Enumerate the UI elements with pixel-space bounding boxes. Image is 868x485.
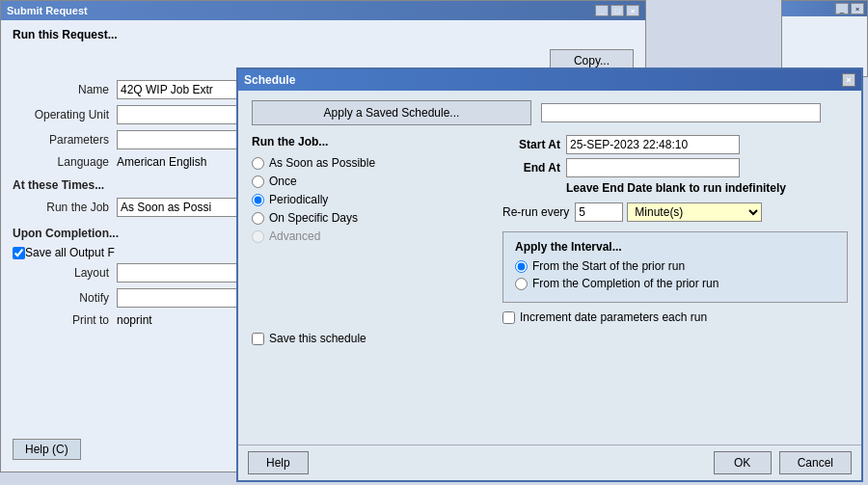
rerun-unit-select[interactable]: Minute(s) [627, 202, 762, 222]
schedule-columns: Run the Job... As Soon as Possible Once … [252, 135, 848, 332]
schedule-help-button[interactable]: Help [248, 451, 309, 474]
once-radio-row: Once [252, 175, 483, 188]
from-completion-radio[interactable] [515, 278, 528, 290]
leave-end-date-note: Leave End Date blank to run indefinitely [566, 181, 848, 195]
advanced-label: Advanced [269, 229, 320, 243]
footer-right: OK Cancel [714, 451, 852, 474]
maximize-button[interactable]: □ [610, 5, 624, 16]
from-start-label: From the Start of the prior run [532, 259, 685, 273]
run-this-request-label: Run this Request... [13, 28, 634, 41]
title-bar-controls: _ □ × [595, 5, 639, 16]
parameters-label: Parameters [13, 133, 109, 147]
as-soon-label: As Soon as Possible [269, 156, 375, 170]
start-at-label: Start At [502, 138, 560, 151]
small-minimize-btn[interactable]: _ [835, 3, 849, 14]
save-schedule-checkbox[interactable] [252, 333, 264, 345]
minimize-button[interactable]: _ [595, 5, 609, 16]
submit-help-button[interactable]: Help (C) [13, 439, 81, 460]
once-label: Once [269, 175, 297, 188]
increment-row: Increment date parameters each run [502, 310, 848, 324]
as-soon-radio[interactable] [252, 157, 264, 170]
end-at-row: End At [502, 158, 848, 177]
schedule-top-row: Apply a Saved Schedule... [252, 100, 848, 125]
specific-days-radio[interactable] [252, 212, 264, 225]
small-window: _ × [781, 0, 868, 77]
periodically-radio[interactable] [252, 194, 264, 206]
increment-date-label: Increment date parameters each run [520, 310, 707, 324]
small-close-btn[interactable]: × [851, 3, 864, 14]
schedule-title-bar: Schedule × [238, 69, 861, 91]
specific-days-radio-row: On Specific Days [252, 211, 483, 225]
schedule-close-button[interactable]: × [842, 73, 855, 87]
from-completion-row: From the Completion of the prior run [515, 277, 835, 290]
run-job-label: Run the Job... [252, 135, 483, 148]
save-all-output-label: Save all Output F [25, 246, 115, 259]
rerun-number-input[interactable] [575, 202, 623, 222]
advanced-radio-row: Advanced [252, 229, 483, 243]
print-to-label: Print to [13, 313, 109, 327]
operating-unit-label: Operating Unit [13, 108, 109, 121]
saved-schedule-input[interactable] [541, 103, 821, 122]
once-radio[interactable] [252, 175, 264, 188]
apply-interval-label: Apply the Interval... [515, 240, 835, 254]
rerun-row: Re-run every Minute(s) [502, 202, 848, 222]
schedule-dialog: Schedule × Apply a Saved Schedule... Run… [236, 67, 863, 482]
start-at-input[interactable] [566, 135, 740, 154]
advanced-radio[interactable] [252, 230, 264, 243]
start-end-section: Start At End At Leave End Date blank to … [502, 135, 848, 195]
save-all-output-checkbox[interactable] [13, 247, 25, 259]
save-schedule-label: Save this schedule [269, 332, 366, 345]
cancel-button[interactable]: Cancel [779, 451, 852, 474]
footer-left: Help [248, 451, 309, 474]
name-label: Name [13, 83, 109, 96]
from-start-row: From the Start of the prior run [515, 259, 835, 273]
schedule-body: Apply a Saved Schedule... Run the Job...… [238, 91, 861, 364]
increment-date-checkbox[interactable] [502, 311, 515, 324]
submit-request-title-bar: Submit Request _ □ × [1, 1, 645, 20]
periodically-label: Periodically [269, 193, 328, 206]
submit-request-title: Submit Request [7, 5, 88, 16]
end-at-input[interactable] [566, 158, 740, 177]
ok-button[interactable]: OK [714, 451, 772, 474]
left-column: Run the Job... As Soon as Possible Once … [252, 135, 483, 332]
schedule-footer: Help OK Cancel [238, 445, 861, 480]
small-title-bar: _ × [782, 1, 867, 16]
language-value: American English [117, 155, 206, 169]
from-start-radio[interactable] [515, 260, 528, 273]
apply-interval-box: Apply the Interval... From the Start of … [502, 231, 848, 303]
layout-label: Layout [13, 266, 109, 280]
rerun-every-label: Re-run every [502, 205, 569, 219]
start-at-row: Start At [502, 135, 848, 154]
print-to-value: noprint [117, 313, 152, 327]
apply-saved-schedule-button[interactable]: Apply a Saved Schedule... [252, 100, 531, 125]
schedule-title: Schedule [244, 73, 295, 87]
from-completion-label: From the Completion of the prior run [532, 277, 719, 290]
as-soon-radio-row: As Soon as Possible [252, 156, 483, 170]
right-column: Start At End At Leave End Date blank to … [502, 135, 848, 332]
specific-days-label: On Specific Days [269, 211, 358, 225]
periodically-radio-row: Periodically [252, 193, 483, 206]
run-the-job-label: Run the Job [13, 201, 109, 214]
language-label: Language [13, 155, 109, 169]
end-at-label: End At [502, 161, 560, 175]
close-button[interactable]: × [626, 5, 639, 16]
save-schedule-row: Save this schedule [252, 332, 848, 345]
notify-label: Notify [13, 291, 109, 305]
